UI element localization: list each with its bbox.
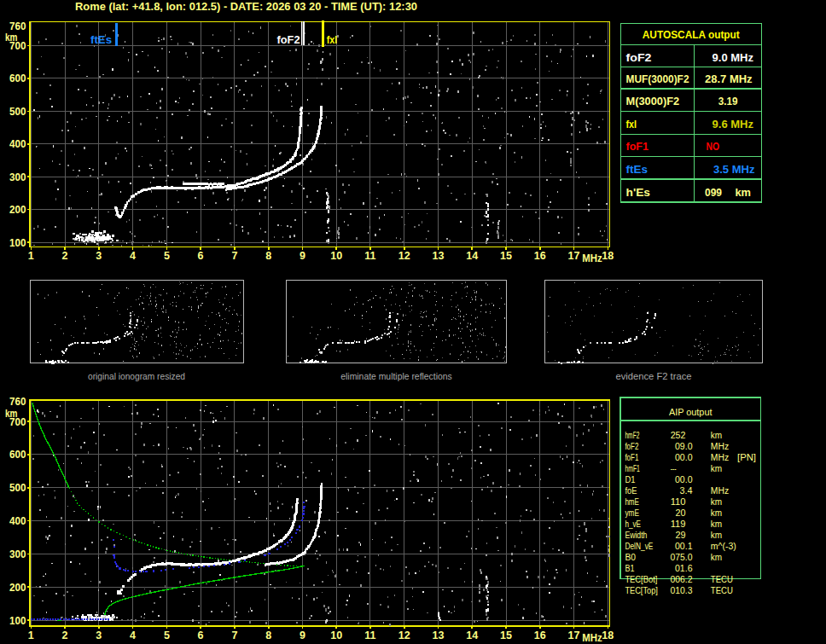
- svg-text:11: 11: [364, 629, 375, 641]
- svg-text:14: 14: [466, 250, 478, 262]
- svg-text:9.0 MHz: 9.0 MHz: [713, 51, 754, 64]
- svg-text:km: km: [5, 408, 18, 420]
- svg-text:29: 29: [676, 531, 686, 540]
- svg-text:evidence F2 trace: evidence F2 trace: [616, 371, 692, 381]
- svg-text:TECU: TECU: [711, 575, 733, 584]
- svg-text:500: 500: [9, 106, 26, 118]
- svg-text:10: 10: [330, 250, 342, 262]
- svg-text:km: km: [711, 464, 722, 473]
- svg-text:km: km: [711, 519, 722, 529]
- svg-text:01.6: 01.6: [675, 564, 693, 573]
- svg-text:11: 11: [364, 250, 375, 262]
- svg-text:7: 7: [231, 250, 237, 262]
- svg-text:15: 15: [500, 250, 512, 262]
- svg-text:foE: foE: [625, 486, 637, 496]
- svg-text:13: 13: [433, 629, 445, 641]
- svg-text:foF1: foF1: [626, 140, 649, 153]
- svg-text:28.7 MHz: 28.7 MHz: [705, 73, 753, 85]
- svg-text:600: 600: [9, 73, 26, 84]
- svg-text:km: km: [711, 497, 722, 507]
- svg-text:006.2: 006.2: [671, 575, 693, 584]
- svg-text:16: 16: [534, 629, 546, 641]
- svg-text:AUTOSCALA output: AUTOSCALA output: [643, 28, 740, 41]
- svg-text:m^(-3): m^(-3): [711, 542, 736, 551]
- svg-text:9: 9: [300, 250, 305, 262]
- svg-text:00.0: 00.0: [675, 475, 693, 484]
- svg-text:foF2: foF2: [625, 442, 638, 451]
- svg-text:MHz: MHz: [711, 453, 729, 462]
- svg-text:300: 300: [9, 548, 26, 560]
- svg-text:400: 400: [9, 515, 26, 527]
- svg-text:15: 15: [500, 629, 512, 641]
- svg-text:00.0: 00.0: [675, 453, 693, 462]
- svg-text:12: 12: [398, 250, 410, 262]
- svg-text:TEC[Bot]: TEC[Bot]: [625, 575, 657, 584]
- svg-text:DelN_vE: DelN_vE: [625, 542, 653, 551]
- svg-text:18: 18: [602, 629, 614, 641]
- svg-text:km: km: [711, 431, 722, 440]
- svg-text:1: 1: [28, 250, 34, 262]
- svg-text:3.19: 3.19: [718, 95, 738, 107]
- svg-text:km: km: [736, 186, 752, 199]
- svg-text:5: 5: [164, 629, 170, 641]
- svg-text:8: 8: [265, 250, 271, 262]
- svg-text:3: 3: [96, 629, 102, 641]
- svg-text:5: 5: [164, 250, 170, 262]
- svg-text:foF2: foF2: [277, 34, 300, 46]
- svg-text:12: 12: [398, 629, 410, 641]
- svg-text:[PN]: [PN]: [737, 453, 756, 462]
- svg-text:400: 400: [9, 138, 26, 150]
- svg-text:foF2: foF2: [626, 51, 652, 64]
- svg-text:252: 252: [671, 431, 686, 440]
- svg-text:110: 110: [671, 497, 686, 507]
- svg-text:eliminate multiple reflections: eliminate multiple reflections: [340, 371, 452, 381]
- svg-text:3: 3: [96, 250, 102, 262]
- svg-text:6: 6: [198, 629, 204, 641]
- svg-text:km: km: [711, 531, 722, 540]
- svg-text:9: 9: [300, 629, 305, 641]
- svg-text:fxI: fxI: [327, 34, 338, 46]
- svg-text:14: 14: [466, 629, 478, 641]
- svg-text:B0: B0: [625, 553, 636, 562]
- svg-text:8: 8: [265, 629, 271, 641]
- svg-text:17: 17: [568, 629, 580, 641]
- svg-text:hmE: hmE: [625, 497, 639, 507]
- svg-text:ftEs: ftEs: [626, 163, 649, 176]
- svg-text:16: 16: [534, 250, 546, 262]
- svg-text:13: 13: [433, 250, 445, 262]
- svg-text:ftEs: ftEs: [90, 34, 112, 46]
- svg-text:200: 200: [9, 204, 26, 216]
- svg-text:4: 4: [130, 250, 136, 262]
- svg-text:h_vE: h_vE: [625, 519, 641, 529]
- svg-text:h'Es: h'Es: [626, 186, 651, 199]
- svg-text:7: 7: [231, 629, 237, 641]
- svg-text:3.5 MHz: 3.5 MHz: [713, 163, 755, 176]
- svg-text:17: 17: [568, 250, 580, 262]
- svg-text:Ewidth: Ewidth: [625, 531, 647, 540]
- svg-text:MHz: MHz: [582, 632, 602, 644]
- svg-text:09.0: 09.0: [675, 442, 693, 451]
- svg-text:MHz: MHz: [711, 486, 729, 496]
- svg-text:760: 760: [9, 396, 26, 408]
- svg-text:100: 100: [9, 237, 26, 249]
- svg-text:km: km: [5, 32, 18, 44]
- svg-text:9.6 MHz: 9.6 MHz: [713, 118, 754, 131]
- svg-text:2: 2: [62, 629, 68, 641]
- svg-text:MUF(3000)F2: MUF(3000)F2: [626, 73, 689, 85]
- svg-text:010.3: 010.3: [671, 586, 693, 595]
- svg-text:AIP output: AIP output: [669, 407, 713, 417]
- svg-text:M(3000)F2: M(3000)F2: [626, 95, 680, 107]
- svg-text:NO: NO: [707, 140, 720, 153]
- svg-text:MHz: MHz: [711, 442, 729, 451]
- svg-text:10: 10: [330, 629, 342, 641]
- svg-text:km: km: [711, 508, 722, 518]
- svg-text:6: 6: [198, 250, 204, 262]
- svg-text:fxI: fxI: [626, 118, 637, 131]
- svg-text:original ionogram resized: original ionogram resized: [88, 371, 185, 381]
- svg-text:---: ---: [671, 464, 677, 473]
- svg-text:B1: B1: [625, 564, 634, 573]
- svg-text:075.0: 075.0: [671, 553, 693, 562]
- svg-text:hmF1: hmF1: [625, 464, 640, 473]
- svg-text:1: 1: [28, 629, 34, 641]
- svg-text:3.4: 3.4: [680, 486, 693, 496]
